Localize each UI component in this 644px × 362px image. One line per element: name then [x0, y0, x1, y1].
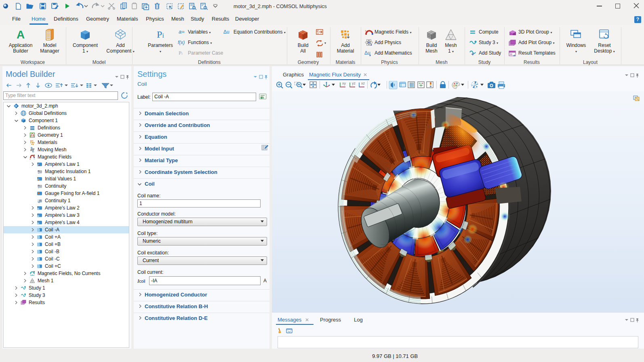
svg-text:×: ×	[38, 186, 39, 189]
svg-text:f(x): f(x)	[178, 40, 185, 45]
svg-text:+: +	[365, 30, 366, 32]
svg-text:D: D	[38, 220, 40, 223]
svg-text:+: +	[29, 158, 31, 160]
svg-text:xz: xz	[361, 81, 365, 85]
svg-text:Pi: Pi	[157, 29, 164, 40]
svg-text:D: D	[38, 177, 40, 179]
svg-text:D: D	[38, 206, 40, 208]
svg-text:D: D	[38, 213, 40, 216]
svg-text:×: ×	[38, 172, 39, 174]
svg-text:Δu: Δu	[364, 50, 370, 56]
svg-text:D: D	[38, 162, 40, 165]
svg-text:−: −	[34, 158, 35, 160]
svg-text:yz: yz	[352, 81, 356, 85]
svg-text:xy: xy	[342, 81, 346, 85]
svg-text:A: A	[17, 29, 25, 41]
svg-text:a=: a=	[179, 29, 185, 35]
svg-text:Δu: Δu	[223, 29, 229, 35]
svg-text:Pi: Pi	[179, 50, 183, 56]
